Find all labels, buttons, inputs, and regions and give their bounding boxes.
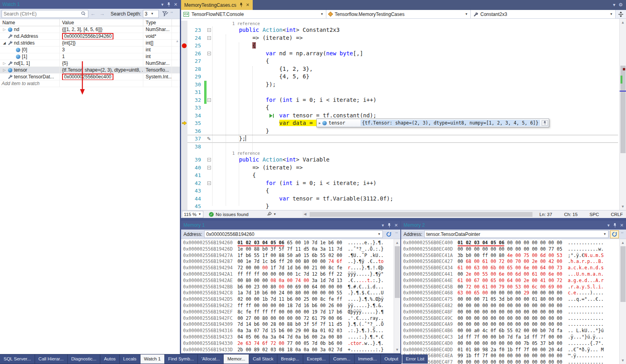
collapse-icon[interactable]: − [207,181,211,185]
watch-value[interactable]: 3 [60,47,143,53]
toolbar-overflow-icon[interactable]: ’’ [621,232,624,236]
memory-row[interactable]: 0x000002556B1942A1ff ff ff 00 00 00 00 1… [183,271,400,278]
search-back-icon[interactable]: ← [90,11,96,17]
scroll-up-icon[interactable]: ▲ [620,241,626,245]
zoom-select[interactable]: 115 % ▼ [182,211,203,218]
window-position-icon[interactable]: ▾ [161,2,164,7]
watch-value[interactable]: 1 [60,53,143,60]
memory1-titlebar[interactable]: Memory 1 ▾ ✕ [181,221,400,230]
memory1-hex-view[interactable]: 0x000002556B19426001 02 03 04 05 06 65 0… [181,239,400,353]
tool-tab-locals[interactable]: Locals [120,354,140,364]
code-line-32[interactable]: 32− for (int i = 0; i < iterate; i++) [181,96,618,104]
pin-icon[interactable] [167,2,171,7]
tool-tab-sql-server[interactable]: SQL Server... [0,354,35,364]
memory2-titlebar[interactable]: Memory 2 ▾ ✕ [401,221,626,230]
watch-row[interactable]: ▷tensor{tf.Tensor: shape=(2, 3), dtype=u… [0,67,180,74]
memory-row[interactable]: 0x000002556B0EC47500 00 00 71 05 3d b0 0… [403,296,626,303]
watch-row[interactable]: [0]3int [0,47,180,53]
tool-tab-find-symb[interactable]: Find Symb... [165,354,198,364]
window-position-icon[interactable]: ▾ [382,223,384,228]
memory-row[interactable]: 0x000002556B0EC44E61 00 67 00 65 00 64 0… [403,278,626,284]
split-editor-button[interactable] [616,10,626,18]
memory1-scrollbar[interactable]: ▲ ▼ [394,239,400,353]
watch-value[interactable]: {5} [60,60,143,66]
code-line-38[interactable]: 38 [181,143,618,151]
memory-row[interactable]: 0x000002556B0EC43461 00 63 00 6b 00 65 0… [403,265,626,271]
watch-value[interactable]: {[[1, 2, 3], [4, 5, 6]]} [60,26,143,33]
code-line-36[interactable]: 36 } [181,127,618,135]
tool-tab-memor[interactable]: Memor... [224,354,249,364]
refresh-button[interactable] [384,230,393,238]
search-forward-icon[interactable]: → [99,11,105,17]
memory-row[interactable]: 0x000002556B1943160a 3a 07 7d 15 b6 00 2… [183,328,400,334]
address-input[interactable] [206,232,377,237]
toolbar-overflow-icon[interactable]: ’’ [171,12,173,16]
tool-tab-diagnostic[interactable]: Diagnostic... [68,354,100,364]
code-line-26[interactable]: 26− var nd = np.array(new byte[,] [181,50,618,58]
tool-tab-output[interactable]: Output [381,354,402,364]
watch-value[interactable]: 0x000002556b194260 [60,33,143,39]
expander-icon[interactable]: ▷ [2,67,7,73]
toolbar-overflow-icon[interactable]: ’’ [396,232,398,236]
watch-search[interactable] [2,10,88,18]
watch-value[interactable]: {int[2]} [60,40,143,46]
refresh-button[interactable] [610,230,619,238]
memory-row[interactable]: 0x000002556B0EC4C31d ff 7f 00 00 b0 7d f… [403,334,626,341]
memory-row[interactable]: 0x000002556B0EC4B600 00 a0 4c 0f 6b 55 0… [403,328,626,334]
memory-row[interactable]: 0x000002556B19433D2b 00 89 02 03 08 18 0… [183,347,400,353]
close-icon[interactable]: ✕ [246,2,250,8]
tool-tab-autos[interactable]: Autos [100,354,119,364]
code-line-45[interactable]: 45 } [181,202,618,210]
datatip-popup[interactable]: ▶ tensor {tf.Tensor: shape=(2, 3), dtype… [316,119,549,127]
memory-row[interactable]: 0x000002556B0EC4D000 00 00 00 00 00 00 0… [403,341,626,347]
address-combo[interactable]: ▼ [424,230,608,238]
tool-tab-error-list[interactable]: Error List [402,354,428,364]
memory2-scrollbar[interactable]: ▲ ▼ [619,239,626,364]
tool-tab-comm[interactable]: Comm... [330,354,354,364]
code-line-37[interactable]: 37✎ }; [181,135,618,143]
collapse-icon[interactable]: − [207,166,211,169]
scroll-up-icon[interactable]: ▲ [394,241,400,245]
scroll-down-icon[interactable]: ▼ [620,204,626,208]
close-icon[interactable]: ✕ [620,223,624,228]
memory-row[interactable]: 0x000002556B1942EF8c fe ff ff ff 00 00 0… [183,309,400,315]
watch-row[interactable]: ◢nd.strides{int[2]}int[] [0,40,180,47]
code-line-31[interactable]: 31 [181,88,618,96]
tool-tab-breakp[interactable]: Breakp... [277,354,303,364]
memory-row[interactable]: 0x000002556B0EC48F00 00 00 00 00 00 00 0… [403,309,626,315]
scroll-down-icon[interactable]: ▼ [620,358,626,362]
code-line-39[interactable]: 39− public Action<int> Variable [181,156,618,164]
window-position-icon[interactable]: ▾ [607,223,610,228]
gear-icon[interactable]: ⚙ [618,2,623,8]
pin-icon[interactable] [542,120,548,126]
scroll-thumb[interactable] [620,246,626,302]
type-dropdown[interactable]: Tensorflow.MemoryTestingCases ▼ [326,10,471,18]
watch-row[interactable]: [1]1int [0,53,180,60]
watch-value[interactable]: 0x000002556b0ec400 [60,74,143,80]
collapse-icon[interactable]: − [207,28,211,32]
expander-icon[interactable]: ▷ [2,26,7,33]
watch-value[interactable]: {tf.Tensor: shape=(2, 3), dtype=uint8, .… [60,67,143,73]
memory-row[interactable]: 0x000002556B19427A1f b6 55 1f 00 88 50 a… [183,253,400,259]
watch-row[interactable]: tensor.TensorDat...0x000002556b0ec400Sys… [0,74,180,80]
tool-tab-watch-1[interactable]: Watch 1 [140,354,164,364]
scroll-down-icon[interactable]: ▼ [394,348,400,352]
memory-row[interactable]: 0x000002556B0EC40001 02 03 04 05 06 00 0… [403,240,626,246]
watch-row[interactable]: ▷nd[1, 1]{5}NumShar... [0,60,180,67]
memory2-hex-view[interactable]: 0x000002556B0EC40001 02 03 04 05 06 00 0… [401,239,626,364]
memory-row[interactable]: 0x000002556B1942BBb6 00 23 00 80 00 00 6… [183,284,400,290]
code-line-24[interactable]: 24− => (iterate) => [181,34,618,42]
address-input[interactable] [426,232,603,237]
codelens-references[interactable]: 1 reference [232,21,260,26]
code-cleanup-button[interactable]: ▼ [267,212,276,217]
watch-settings-icon[interactable] [162,11,168,17]
close-icon[interactable]: ✕ [394,223,398,228]
breakpoint-icon[interactable] [182,43,187,48]
editor-vertical-scrollbar[interactable]: ▲ ▼ [619,19,626,210]
chevron-down-icon[interactable]: ▾ [613,2,615,8]
watch-grid-header[interactable]: Name Value Type [0,19,180,26]
address-combo[interactable]: ▼ [204,230,382,238]
memory-row[interactable]: 0x000002556B0EC49C00 00 00 00 00 00 00 0… [403,315,626,322]
tool-tab-call-hierar[interactable]: Call Hierar... [35,354,67,364]
tool-tab-allocat[interactable]: 'Allocat... [198,354,223,364]
